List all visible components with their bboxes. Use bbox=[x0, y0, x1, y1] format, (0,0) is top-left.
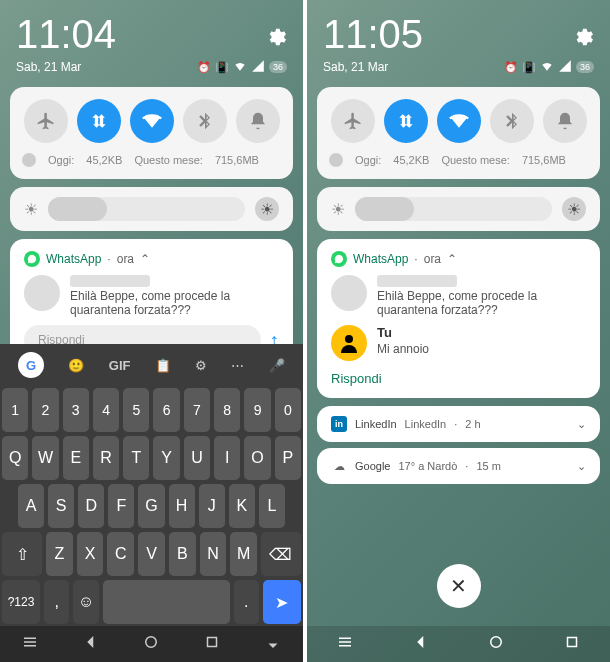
data-usage-icon bbox=[329, 153, 343, 167]
airplane-toggle[interactable] bbox=[331, 99, 375, 143]
key-l[interactable]: L bbox=[259, 484, 285, 528]
reply-message-row: Tu Mi annoio bbox=[331, 325, 586, 361]
key-p[interactable]: P bbox=[275, 436, 301, 480]
linkedin-icon: in bbox=[331, 416, 347, 432]
key-symbols[interactable]: ?123 bbox=[2, 580, 40, 624]
key-5[interactable]: 5 bbox=[123, 388, 149, 432]
nav-back-icon[interactable] bbox=[412, 633, 430, 655]
key-a[interactable]: A bbox=[18, 484, 44, 528]
key-h[interactable]: H bbox=[169, 484, 195, 528]
clear-all-button[interactable]: ✕ bbox=[437, 564, 481, 608]
google-app: Google bbox=[355, 460, 390, 472]
key-z[interactable]: Z bbox=[46, 532, 73, 576]
dnd-toggle[interactable] bbox=[236, 99, 280, 143]
key-s[interactable]: S bbox=[48, 484, 74, 528]
chevron-down-icon[interactable]: ⌄ bbox=[577, 460, 586, 473]
mobile-data-toggle[interactable] bbox=[384, 99, 428, 143]
whatsapp-notification[interactable]: WhatsApp · ora ⌃ Ehilà Beppe, come proce… bbox=[317, 239, 600, 398]
google-notification[interactable]: ☁ Google 17° a Nardò · 15 m ⌄ bbox=[317, 448, 600, 484]
key-x[interactable]: X bbox=[77, 532, 104, 576]
nav-home-icon[interactable] bbox=[142, 633, 160, 655]
key-6[interactable]: 6 bbox=[153, 388, 179, 432]
key-1[interactable]: 1 bbox=[2, 388, 28, 432]
nav-home-icon[interactable] bbox=[487, 633, 505, 655]
collapse-icon[interactable]: ⌃ bbox=[447, 252, 457, 266]
key-q[interactable]: Q bbox=[2, 436, 28, 480]
nav-recent-icon[interactable] bbox=[203, 633, 221, 655]
more-icon[interactable]: ⋯ bbox=[231, 358, 244, 373]
key-u[interactable]: U bbox=[184, 436, 210, 480]
key-shift[interactable]: ⇧ bbox=[2, 532, 42, 576]
clock-time: 11:05 bbox=[323, 12, 423, 57]
key-4[interactable]: 4 bbox=[93, 388, 119, 432]
brightness-auto-icon[interactable]: ☀ bbox=[255, 197, 279, 221]
dnd-toggle[interactable] bbox=[543, 99, 587, 143]
collapse-icon[interactable]: ⌃ bbox=[140, 252, 150, 266]
battery-indicator: 36 bbox=[269, 61, 287, 73]
key-j[interactable]: J bbox=[199, 484, 225, 528]
nav-back-icon[interactable] bbox=[82, 633, 100, 655]
key-emoji[interactable]: ☺ bbox=[73, 580, 98, 624]
nav-bar bbox=[307, 626, 610, 662]
key-3[interactable]: 3 bbox=[63, 388, 89, 432]
key-f[interactable]: F bbox=[108, 484, 134, 528]
brightness-slider[interactable] bbox=[48, 197, 245, 221]
nav-keyboard-icon[interactable] bbox=[264, 633, 282, 655]
keyboard-settings-icon[interactable]: ⚙ bbox=[195, 358, 207, 373]
wifi-toggle[interactable] bbox=[437, 99, 481, 143]
mobile-data-toggle[interactable] bbox=[77, 99, 121, 143]
key-backspace[interactable]: ⌫ bbox=[261, 532, 301, 576]
nav-recent-icon[interactable] bbox=[563, 633, 581, 655]
bluetooth-toggle[interactable] bbox=[183, 99, 227, 143]
key-period[interactable]: . bbox=[234, 580, 259, 624]
key-2[interactable]: 2 bbox=[32, 388, 58, 432]
quick-settings-row bbox=[22, 99, 281, 143]
key-comma[interactable]: , bbox=[44, 580, 69, 624]
key-9[interactable]: 9 bbox=[244, 388, 270, 432]
brightness-auto-icon[interactable]: ☀ bbox=[562, 197, 586, 221]
settings-icon[interactable] bbox=[572, 12, 594, 57]
key-c[interactable]: C bbox=[107, 532, 134, 576]
data-month-val: 715,6MB bbox=[522, 154, 566, 166]
key-space[interactable] bbox=[103, 580, 230, 624]
sticker-icon[interactable]: 🙂 bbox=[68, 358, 84, 373]
key-n[interactable]: N bbox=[200, 532, 227, 576]
reply-action[interactable]: Rispondi bbox=[331, 371, 586, 386]
chevron-down-icon[interactable]: ⌄ bbox=[577, 418, 586, 431]
key-i[interactable]: I bbox=[214, 436, 240, 480]
key-7[interactable]: 7 bbox=[184, 388, 210, 432]
wifi-toggle[interactable] bbox=[130, 99, 174, 143]
airplane-toggle[interactable] bbox=[24, 99, 68, 143]
nav-menu-icon[interactable] bbox=[21, 633, 39, 655]
key-send[interactable]: ➤ bbox=[263, 580, 301, 624]
key-0[interactable]: 0 bbox=[275, 388, 301, 432]
key-r[interactable]: R bbox=[93, 436, 119, 480]
bluetooth-toggle[interactable] bbox=[490, 99, 534, 143]
key-d[interactable]: D bbox=[78, 484, 104, 528]
clipboard-icon[interactable]: 📋 bbox=[155, 358, 171, 373]
key-w[interactable]: W bbox=[32, 436, 58, 480]
key-y[interactable]: Y bbox=[153, 436, 179, 480]
key-g[interactable]: G bbox=[138, 484, 164, 528]
dot-sep: · bbox=[454, 418, 457, 430]
google-icon[interactable]: G bbox=[18, 352, 44, 378]
key-8[interactable]: 8 bbox=[214, 388, 240, 432]
mic-icon[interactable]: 🎤 bbox=[269, 358, 285, 373]
brightness-slider[interactable] bbox=[355, 197, 552, 221]
key-t[interactable]: T bbox=[123, 436, 149, 480]
key-v[interactable]: V bbox=[138, 532, 165, 576]
clock-row: 11:05 bbox=[323, 12, 594, 57]
status-icons: ⏰ 📳 36 bbox=[504, 59, 594, 75]
key-m[interactable]: M bbox=[230, 532, 257, 576]
settings-icon[interactable] bbox=[265, 12, 287, 57]
key-b[interactable]: B bbox=[169, 532, 196, 576]
linkedin-time: 2 h bbox=[465, 418, 480, 430]
key-k[interactable]: K bbox=[229, 484, 255, 528]
linkedin-notification[interactable]: in LinkedIn LinkedIn · 2 h ⌄ bbox=[317, 406, 600, 442]
dot-sep: · bbox=[107, 252, 110, 266]
date-text: Sab, 21 Mar bbox=[16, 60, 81, 74]
key-e[interactable]: E bbox=[63, 436, 89, 480]
key-o[interactable]: O bbox=[244, 436, 270, 480]
gif-button[interactable]: GIF bbox=[109, 358, 131, 373]
nav-menu-icon[interactable] bbox=[336, 633, 354, 655]
